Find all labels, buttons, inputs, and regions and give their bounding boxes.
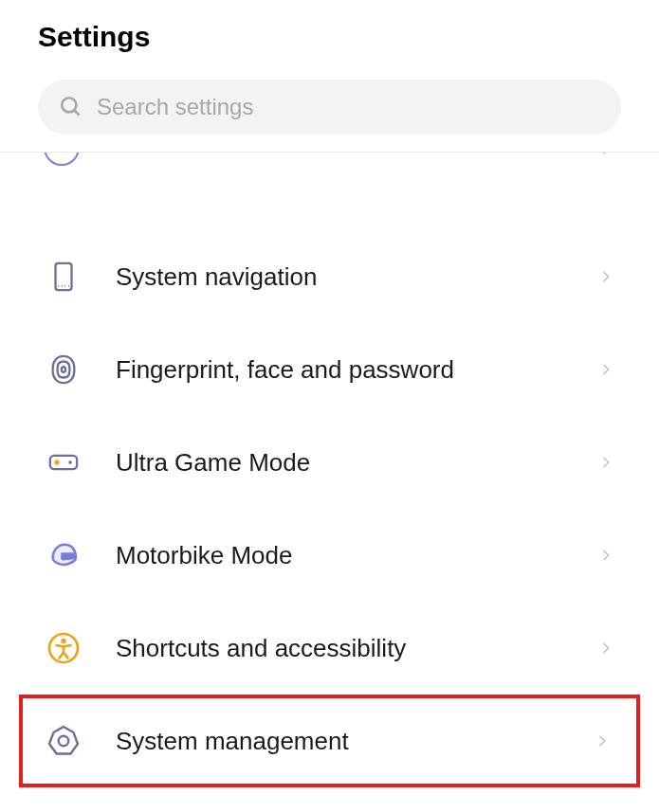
item-label: Motorbike Mode [116, 541, 598, 570]
partial-clipped-item [0, 153, 659, 179]
settings-item-system-navigation[interactable]: System navigation [0, 230, 659, 323]
svg-point-14 [59, 736, 69, 747]
settings-item-shortcuts-accessibility[interactable]: Shortcuts and accessibility [0, 602, 659, 695]
svg-line-1 [74, 110, 79, 115]
item-label: System navigation [116, 262, 598, 292]
settings-item-ultra-game-mode[interactable]: Ultra Game Mode [0, 416, 659, 509]
chevron-right-icon [598, 641, 613, 656]
item-label: Ultra Game Mode [116, 448, 598, 478]
chevron-right-icon [598, 153, 613, 156]
chevron-right-icon [598, 269, 613, 284]
page-title: Settings [38, 21, 621, 53]
chevron-right-icon [595, 733, 610, 749]
svg-marker-13 [49, 727, 78, 754]
settings-item-system-management[interactable]: System management [19, 695, 640, 787]
header: Settings [0, 0, 659, 68]
svg-rect-2 [56, 263, 72, 290]
svg-point-0 [62, 98, 76, 112]
search-icon [59, 95, 83, 119]
search-container [0, 68, 659, 152]
settings-item-fingerprint[interactable]: Fingerprint, face and password [0, 323, 659, 416]
fingerprint-icon [46, 352, 82, 388]
gamepad-icon [46, 444, 82, 480]
accessibility-icon [46, 630, 82, 666]
settings-item-motorbike-mode[interactable]: Motorbike Mode [0, 509, 659, 602]
chevron-right-icon [598, 455, 613, 470]
chevron-right-icon [598, 548, 613, 563]
item-label: Shortcuts and accessibility [116, 634, 598, 663]
search-box[interactable] [38, 80, 621, 135]
phone-nav-icon [46, 259, 82, 295]
item-label: Fingerprint, face and password [116, 355, 598, 385]
chevron-right-icon [598, 362, 613, 377]
partial-icon [44, 153, 80, 166]
svg-point-12 [61, 639, 65, 643]
item-label: System management [116, 727, 595, 756]
settings-list: System navigation Fingerprint, face and … [0, 179, 659, 812]
svg-rect-7 [50, 456, 77, 469]
gear-icon [46, 723, 82, 759]
svg-point-10 [68, 460, 72, 464]
search-input[interactable] [97, 94, 600, 120]
helmet-icon [46, 537, 82, 573]
